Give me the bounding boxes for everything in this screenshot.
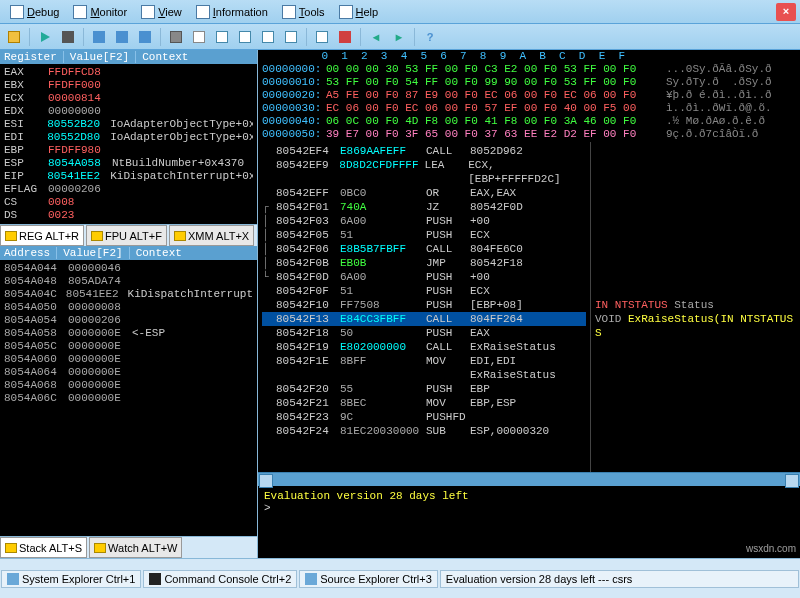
window1-button[interactable] [212,27,232,47]
step-over-button[interactable] [112,27,132,47]
register-row[interactable]: EIP80541EE2KiDispatchInterrupt+0x [4,170,253,183]
hex-row[interactable]: 00000040:06 0C 00 F0 4D F8 00 F0 41 F8 0… [262,115,796,128]
disasm-row[interactable]: 80542F10FF7508PUSH[EBP+08] [262,298,586,312]
tab-reg[interactable]: REG ALT+R [0,225,84,246]
status-command-console[interactable]: Command Console Ctrl+2 [143,570,297,588]
menu-view[interactable]: View [135,3,188,21]
help-button[interactable]: ? [420,27,440,47]
stack-row[interactable]: 8054A04C80541EE2KiDispatchInterrupt [4,288,253,301]
disasm-row[interactable]: 80542EF98D8D2CFDFFFFLEAECX,[EBP+FFFFFD2C… [262,158,586,186]
stack-row[interactable]: 8054A05400000206 [4,314,253,327]
hex-row[interactable]: 00000020:A5 FE 00 F0 87 E9 00 F0 EC 06 0… [262,89,796,102]
step-into-button[interactable] [89,27,109,47]
disasm-row[interactable]: 80542F2055PUSHEBP [262,382,586,396]
menu-debug[interactable]: DDebugebug [4,3,65,21]
stack-row[interactable]: 8054A048805ADA74 [4,275,253,288]
disasm-row[interactable]: │80542F06E8B5B7FBFFCALL804FE6C0 [262,242,586,256]
disasm-row[interactable]: 80542EFF0BC0OREAX,EAX [262,186,586,200]
tab-icon [5,543,17,553]
stack-row[interactable]: 8054A06C0000000E [4,392,253,405]
disasm-row[interactable]: │80542F036A00PUSH+00 [262,214,586,228]
evaluation-console[interactable]: Evaluation version 28 days left > [258,486,800,558]
tab-stack[interactable]: Stack ALT+S [0,537,87,558]
register-row[interactable]: EBXFFDFF000 [4,79,253,92]
disasm-row[interactable]: 80542F0F51PUSHECX [262,284,586,298]
window2-button[interactable] [235,27,255,47]
step-out-button[interactable] [135,27,155,47]
step-into-icon [93,31,105,43]
hex-row[interactable]: 00000030:EC 06 00 F0 EC 06 00 F0 57 EF 0… [262,102,796,115]
bookmark-icon [316,31,328,43]
hex-dump[interactable]: 00000000:00 00 00 30 53 FF 00 F0 C3 E2 0… [258,62,800,142]
tab-fpu[interactable]: FPU ALT+F [86,225,167,246]
folder-icon [8,31,20,43]
status-system-explorer[interactable]: System Explorer Ctrl+1 [1,570,141,588]
register-row[interactable]: EDX00000000 [4,105,253,118]
tab-xmm[interactable]: XMM ALT+X [169,225,254,246]
disassembly-panel[interactable]: 80542EF4E869AAFEFFCALL8052D96280542EF98D… [258,142,590,472]
save-button[interactable] [166,27,186,47]
disasm-row[interactable]: │80542F0BEB0BJMP80542F18 [262,256,586,270]
window-icon [239,31,251,43]
explorer-icon [7,573,19,585]
stack-row[interactable]: 8054A0640000000E [4,366,253,379]
disasm-row[interactable]: │80542F0551PUSHECX [262,228,586,242]
open-button[interactable] [4,27,24,47]
menubar: DDebugebug Monitor View Information Tool… [0,0,800,24]
nav-back-button[interactable]: ◄ [366,27,386,47]
register-row[interactable]: DS0023 [4,209,253,222]
stack-row[interactable]: 8054A05000000008 [4,301,253,314]
disasm-row[interactable]: 80542EF4E869AAFEFFCALL8052D962 [262,144,586,158]
register-row[interactable]: CS0008 [4,196,253,209]
run-button[interactable] [35,27,55,47]
status-source-explorer[interactable]: Source Explorer Ctrl+3 [299,570,438,588]
menu-information[interactable]: Information [190,3,274,21]
stop-button[interactable] [58,27,78,47]
nav-fwd-button[interactable]: ► [389,27,409,47]
registers-panel[interactable]: EAXFFDFFCD8EBXFFDFF000ECX00000814EDX0000… [0,64,257,224]
disasm-row[interactable]: 80542F1E8BFFMOVEDI,EDI [262,354,586,368]
register-row[interactable]: ECX00000814 [4,92,253,105]
window-icon [216,31,228,43]
disasm-row[interactable]: 80542F218BECMOVEBP,ESP [262,396,586,410]
disasm-row[interactable]: 80542F2481EC20030000SUBESP,00000320 [262,424,586,438]
console-icon [149,573,161,585]
tab-icon [5,231,17,241]
hex-row[interactable]: 00000050:39 E7 00 F0 3F 65 00 F0 37 63 E… [262,128,796,141]
register-row[interactable]: EAXFFDFFCD8 [4,66,253,79]
disasm-row[interactable]: 80542F13E84CC3FBFFCALL804FF264 [262,312,586,326]
hex-row[interactable]: 00000000:00 00 00 30 53 FF 00 F0 C3 E2 0… [262,63,796,76]
disasm-row[interactable]: ExRaiseStatus [262,368,586,382]
stack-row[interactable]: 8054A0680000000E [4,379,253,392]
tag-button[interactable] [335,27,355,47]
horizontal-scrollbar[interactable] [258,472,800,486]
stack-panel[interactable]: 8054A044000000468054A048805ADA748054A04C… [0,260,257,536]
window4-button[interactable] [281,27,301,47]
window3-button[interactable] [258,27,278,47]
menu-tools[interactable]: Tools [276,3,331,21]
register-row[interactable]: EBPFFDFF980 [4,144,253,157]
bookmark-button[interactable] [312,27,332,47]
disasm-row[interactable]: └80542F0D6A00PUSH+00 [262,270,586,284]
disasm-row[interactable]: ┌80542F01740AJZ80542F0D [262,200,586,214]
register-row[interactable]: ESI80552B20IoAdapterObjectType+0x [4,118,253,131]
tab-watch[interactable]: Watch ALT+W [89,537,182,558]
menu-help[interactable]: Help [333,3,385,21]
disasm-row[interactable]: 80542F19E802000000CALLExRaiseStatus [262,340,586,354]
stack-row[interactable]: 8054A05C0000000E [4,340,253,353]
register-row[interactable]: EDI80552D80IoAdapterObjectType+0x [4,131,253,144]
tag-icon [339,31,351,43]
stack-row[interactable]: 8054A0600000000E [4,353,253,366]
disasm-row[interactable]: 80542F1850PUSHEAX [262,326,586,340]
eval-message: Evaluation version 28 days left [264,490,794,502]
register-row[interactable]: ESP8054A058NtBuildNumber+0x4370 [4,157,253,170]
menu-monitor[interactable]: Monitor [67,3,133,21]
toolbar: ◄ ► ? [0,24,800,50]
stack-row[interactable]: 8054A0580000000E<-ESP [4,327,253,340]
copy-button[interactable] [189,27,209,47]
stack-row[interactable]: 8054A04400000046 [4,262,253,275]
close-button[interactable]: × [776,3,796,21]
register-row[interactable]: EFLAG00000206 [4,183,253,196]
hex-row[interactable]: 00000010:53 FF 00 F0 54 FF 00 F0 99 90 0… [262,76,796,89]
disasm-row[interactable]: 80542F239CPUSHFD [262,410,586,424]
